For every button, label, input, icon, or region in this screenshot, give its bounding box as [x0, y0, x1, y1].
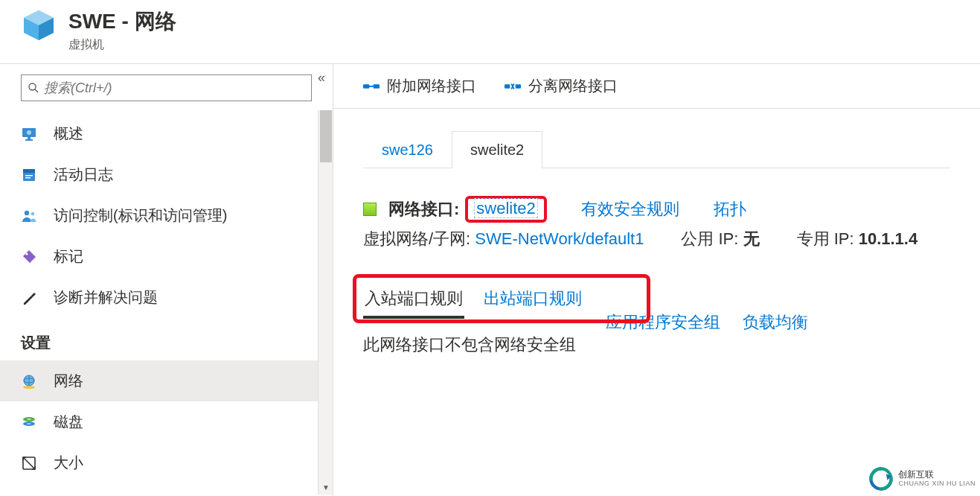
scroll-down-icon[interactable]: ▼ — [318, 480, 333, 495]
public-ip-value: 无 — [743, 229, 760, 248]
topology-link[interactable]: 拓扑 — [714, 198, 746, 220]
wrench-icon — [21, 290, 37, 306]
effective-rules-link[interactable]: 有效安全规则 — [581, 198, 679, 220]
svg-point-14 — [31, 212, 35, 215]
svg-rect-6 — [28, 137, 31, 139]
svg-rect-27 — [368, 86, 374, 87]
tab-outbound-rules[interactable]: 出站端口规则 — [482, 280, 583, 319]
private-ip-value: 10.1.1.4 — [859, 229, 918, 248]
svg-rect-26 — [374, 84, 379, 89]
search-icon — [28, 82, 39, 94]
vnet-label: 虚拟网络/子网: — [363, 229, 470, 248]
svg-point-13 — [25, 210, 29, 214]
sidebar-item-label: 概述 — [54, 124, 83, 144]
globe-icon — [21, 373, 37, 390]
collapse-sidebar-icon[interactable]: « — [318, 70, 325, 86]
sidebar: « 概述 活动日志 — [0, 64, 333, 496]
sidebar-item-label: 网络 — [54, 371, 83, 391]
main-panel: 附加网络接口 分离网络接口 swe126 swelite2 网络接口: swel… — [333, 64, 980, 496]
sidebar-item-size[interactable]: 大小 — [0, 442, 333, 483]
svg-point-16 — [24, 302, 25, 304]
sidebar-item-label: 磁盘 — [54, 412, 83, 432]
svg-point-8 — [27, 130, 31, 135]
nic-label: 网络接口: — [388, 198, 459, 220]
sidebar-heading-settings: 设置 — [0, 318, 333, 360]
sidebar-item-activity-log[interactable]: 活动日志 — [0, 154, 333, 195]
watermark: 创新互联 CHUANG XIN HU LIAN — [868, 466, 976, 492]
page-title: SWE - 网络 — [68, 7, 176, 36]
nic-tab-swelite2[interactable]: swelite2 — [452, 131, 542, 168]
size-icon — [21, 455, 37, 471]
sidebar-item-tags[interactable]: 标记 — [0, 236, 333, 277]
svg-rect-7 — [25, 139, 33, 141]
nic-tab-swe126[interactable]: swe126 — [363, 131, 452, 168]
sidebar-item-label: 访问控制(标识和访问管理) — [54, 206, 227, 226]
toolbar-label: 分离网络接口 — [528, 76, 618, 96]
tab-load-balancing[interactable]: 负载均衡 — [743, 311, 808, 334]
watermark-text-en: CHUANG XIN HU LIAN — [898, 480, 976, 488]
attach-nic-button[interactable]: 附加网络接口 — [363, 76, 476, 96]
svg-rect-10 — [23, 169, 35, 173]
svg-rect-28 — [505, 84, 510, 89]
sidebar-item-label: 大小 — [54, 453, 83, 473]
svg-rect-29 — [516, 84, 521, 89]
svg-point-23 — [27, 419, 31, 420]
svg-rect-11 — [25, 175, 33, 177]
tab-inbound-rules[interactable]: 入站端口规则 — [363, 280, 464, 319]
tab-asg[interactable]: 应用程序安全组 — [606, 311, 720, 334]
sidebar-item-networking[interactable]: 网络 — [0, 360, 333, 401]
sidebar-item-diagnose[interactable]: 诊断并解决问题 — [0, 277, 333, 318]
svg-line-4 — [35, 89, 38, 92]
page-subtitle: 虚拟机 — [68, 37, 176, 53]
watermark-text-cn: 创新互联 — [898, 470, 976, 480]
sidebar-item-access-control[interactable]: 访问控制(标识和访问管理) — [0, 195, 333, 236]
svg-point-19 — [23, 386, 35, 389]
people-icon — [21, 208, 37, 224]
scrollbar-thumb[interactable] — [320, 110, 332, 162]
detach-nic-button[interactable]: 分离网络接口 — [505, 76, 618, 96]
sidebar-menu: 概述 活动日志 访问控制(标识和访问管理) — [0, 110, 333, 486]
svg-point-22 — [27, 423, 31, 425]
watermark-logo-icon — [868, 466, 894, 492]
sidebar-search[interactable] — [21, 74, 312, 101]
empty-state-message: 此网络接口不包含网络安全组 — [363, 334, 950, 356]
sidebar-item-overview[interactable]: 概述 — [0, 113, 333, 154]
svg-rect-12 — [25, 177, 31, 179]
sidebar-item-label: 活动日志 — [54, 165, 113, 185]
svg-rect-25 — [363, 84, 369, 89]
nic-details-row: 虚拟网络/子网: SWE-NetWork/default1 公用 IP: 无 专… — [363, 228, 950, 250]
nic-info-row: 网络接口: swelite2 有效安全规则 拓扑 — [363, 198, 950, 220]
monitor-icon — [21, 126, 37, 142]
nic-icon — [363, 203, 377, 216]
page-header: SWE - 网络 虚拟机 — [0, 0, 980, 64]
log-icon — [21, 167, 37, 183]
nic-name-link[interactable]: swelite2 — [474, 198, 537, 218]
highlight-box-nic-link: swelite2 — [465, 196, 546, 223]
svg-point-3 — [29, 83, 36, 90]
disks-icon — [21, 414, 37, 430]
vnet-link[interactable]: SWE-NetWork/default1 — [475, 229, 644, 248]
svg-point-15 — [25, 252, 28, 255]
sidebar-item-disks[interactable]: 磁盘 — [0, 401, 333, 442]
toolbar-label: 附加网络接口 — [387, 76, 476, 96]
sidebar-item-label: 标记 — [54, 247, 83, 267]
vm-icon — [21, 7, 57, 43]
rule-tabs-group: 入站端口规则 出站端口规则 — [363, 280, 583, 319]
tag-icon — [21, 249, 37, 265]
search-input[interactable] — [44, 80, 305, 96]
toolbar: 附加网络接口 分离网络接口 — [333, 64, 980, 109]
public-ip-label: 公用 IP: — [681, 229, 738, 248]
detach-icon — [505, 80, 521, 93]
sidebar-scrollbar[interactable]: ▲ ▼ — [318, 110, 333, 495]
sidebar-item-label: 诊断并解决问题 — [54, 287, 158, 308]
private-ip-label: 专用 IP: — [797, 229, 854, 248]
content-area: swe126 swelite2 网络接口: swelite2 有效安全规则 拓扑… — [333, 109, 980, 496]
nic-tabs: swe126 swelite2 — [363, 131, 950, 168]
attach-icon — [363, 80, 379, 93]
